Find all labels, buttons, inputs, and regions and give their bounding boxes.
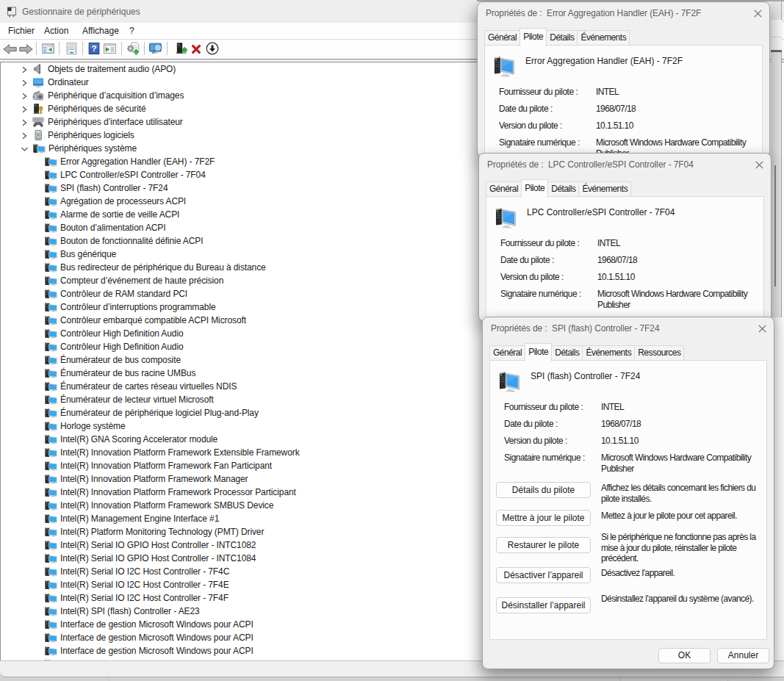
- svg-text:?: ?: [91, 44, 96, 53]
